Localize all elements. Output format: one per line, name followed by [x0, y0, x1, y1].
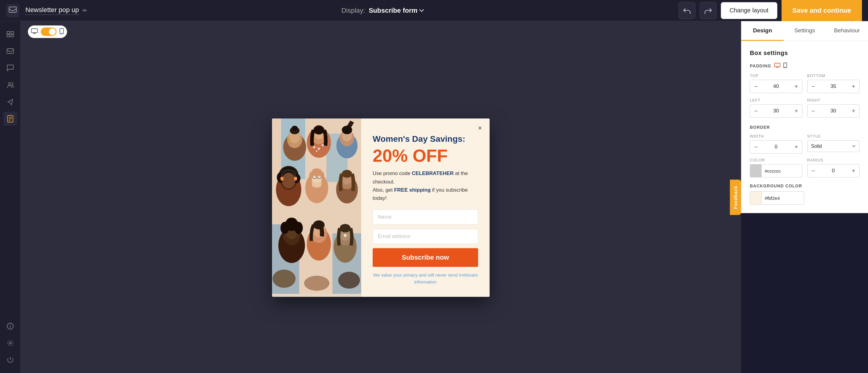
padding-right-increment[interactable]: +: [848, 104, 859, 117]
svg-point-79: [344, 234, 347, 237]
desktop-icon[interactable]: [31, 28, 38, 35]
save-continue-button[interactable]: Save and continue: [781, 0, 862, 21]
border-color-swatch[interactable]: [750, 164, 762, 177]
sidebar-item-forms[interactable]: [3, 112, 17, 126]
tab-behaviour[interactable]: Behaviour: [826, 21, 868, 41]
svg-rect-81: [775, 63, 780, 67]
svg-point-14: [9, 342, 11, 344]
padding-bottom-input: − 35 +: [807, 80, 860, 93]
svg-point-77: [304, 276, 330, 291]
redo-button[interactable]: [700, 2, 717, 19]
svg-point-67: [286, 218, 297, 226]
display-selector: Display: Subscribe form: [87, 7, 678, 14]
svg-point-27: [292, 126, 298, 131]
panel-content: Box settings PADDING TOP −: [741, 41, 868, 213]
padding-right-decrement[interactable]: −: [808, 104, 819, 117]
svg-rect-49: [294, 177, 297, 181]
svg-point-71: [313, 220, 324, 229]
name-input[interactable]: [373, 210, 478, 225]
padding-desktop-icon: [774, 63, 780, 69]
svg-point-60: [342, 170, 352, 178]
sidebar-item-campaigns[interactable]: [3, 95, 17, 109]
bg-color-swatch[interactable]: [750, 192, 762, 204]
mobile-icon[interactable]: [60, 28, 64, 36]
display-value-dropdown[interactable]: Subscribe form: [369, 7, 424, 14]
svg-rect-4: [11, 35, 13, 37]
svg-point-33: [313, 146, 315, 148]
padding-bottom-decrement[interactable]: −: [808, 80, 819, 93]
canvas-content: × Women's Day Savings: 20% OFF Use promo…: [21, 42, 741, 373]
sidebar-item-chat[interactable]: [3, 61, 17, 75]
svg-point-28: [288, 138, 290, 141]
canvas-area: × Women's Day Savings: 20% OFF Use promo…: [21, 21, 741, 373]
border-color-input[interactable]: #cccccc: [750, 164, 802, 178]
popup-close-button[interactable]: ×: [475, 123, 485, 133]
right-panel-wrapper: Feedback Design Settings Behaviour Box s…: [741, 21, 868, 373]
panel-tabs: Design Settings Behaviour: [741, 21, 868, 41]
padding-left-decrement[interactable]: −: [750, 104, 762, 117]
popup-title: Women's Day Savings:: [373, 134, 478, 145]
canvas-toolbar: [21, 21, 741, 42]
svg-point-13: [10, 324, 10, 325]
svg-rect-1: [7, 31, 10, 34]
toggle-switch[interactable]: [41, 28, 57, 36]
border-radius-increment[interactable]: +: [848, 164, 859, 177]
subscribe-button[interactable]: Subscribe now: [373, 248, 478, 267]
edit-title-icon[interactable]: ✏: [83, 7, 87, 14]
border-width-group: WIDTH − 0 +: [750, 134, 802, 154]
change-layout-button[interactable]: Change layout: [721, 2, 777, 19]
padding-top-increment[interactable]: +: [790, 80, 802, 93]
svg-point-35: [321, 144, 324, 146]
padding-left-group: LEFT − 30 +: [750, 98, 802, 118]
border-label: BORDER: [750, 125, 860, 130]
border-width-style-row: WIDTH − 0 + STYLE Solid: [750, 134, 860, 154]
undo-button[interactable]: [679, 2, 695, 19]
svg-rect-15: [31, 29, 37, 33]
padding-bottom-increment[interactable]: +: [848, 80, 859, 93]
svg-point-40: [342, 126, 352, 134]
popup-body-text: Use promo code CELEBRATEHER at the check…: [373, 169, 478, 202]
sidebar-item-power[interactable]: [3, 353, 17, 367]
padding-top-group: TOP − 40 +: [750, 73, 802, 93]
border-style-select[interactable]: Solid: [807, 140, 860, 152]
padding-mobile-icon: [783, 63, 787, 69]
svg-point-78: [338, 272, 360, 289]
sidebar-item-contacts[interactable]: [3, 78, 17, 92]
border-style-group: STYLE Solid: [807, 134, 860, 154]
border-width-decrement[interactable]: −: [750, 141, 762, 153]
tab-design[interactable]: Design: [741, 21, 784, 41]
device-toggle[interactable]: [28, 25, 67, 38]
border-radius-group: RADIUS − 0 +: [807, 158, 860, 178]
border-width-increment[interactable]: +: [790, 141, 802, 153]
padding-right-group: RIGHT − 30 +: [807, 98, 860, 118]
sidebar-item-settings[interactable]: [3, 336, 17, 350]
tab-settings[interactable]: Settings: [784, 21, 826, 41]
padding-label: PADDING: [750, 63, 860, 69]
sidebar: [0, 21, 21, 373]
bg-color-section: BACKGROUND COLOR #fbf2e4: [750, 184, 860, 205]
svg-point-32: [313, 125, 324, 134]
app-logo: [6, 4, 19, 17]
padding-left-increment[interactable]: +: [790, 104, 802, 117]
svg-point-34: [318, 148, 320, 150]
border-color-group: COLOR #cccccc: [750, 158, 802, 178]
padding-top-decrement[interactable]: −: [750, 80, 762, 93]
popup-modal: × Women's Day Savings: 20% OFF Use promo…: [272, 119, 490, 297]
privacy-text: We value your privacy and will never sen…: [373, 272, 478, 285]
color-radius-row: COLOR #cccccc RADIUS − 0 +: [750, 158, 860, 178]
border-width-input: − 0 +: [750, 140, 802, 154]
svg-point-6: [8, 83, 11, 85]
email-input[interactable]: [373, 229, 478, 244]
border-radius-input: − 0 +: [807, 164, 860, 178]
sidebar-item-info[interactable]: [3, 319, 17, 333]
svg-point-76: [273, 270, 296, 288]
feedback-button[interactable]: Feedback: [730, 180, 741, 215]
sidebar-item-email[interactable]: [3, 44, 17, 58]
svg-rect-48: [280, 177, 283, 181]
svg-point-36: [316, 150, 318, 152]
bg-color-input[interactable]: #fbf2e4: [750, 191, 804, 205]
border-radius-decrement[interactable]: −: [808, 164, 819, 177]
svg-point-56: [311, 168, 322, 176]
popup-image-panel: [272, 119, 361, 297]
sidebar-item-dashboard[interactable]: [3, 27, 17, 41]
